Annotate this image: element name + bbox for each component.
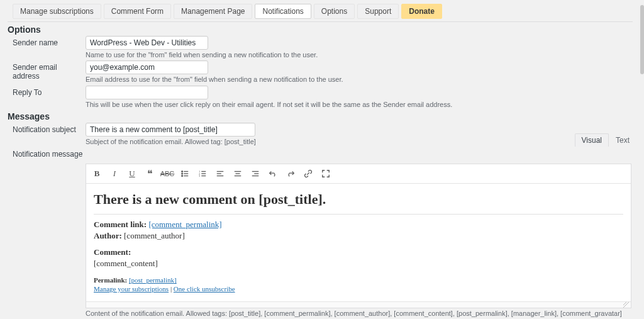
- editor-tab-text[interactable]: Text: [609, 133, 636, 147]
- bullet-list-icon[interactable]: [179, 168, 191, 179]
- label-notification-subject: Notification subject: [4, 123, 86, 134]
- hint-notification-subject: Subject of the notification email. Allow…: [86, 137, 631, 146]
- section-heading-messages: Messages: [8, 111, 636, 121]
- label-sender-email: Sender email address: [4, 60, 86, 81]
- comment-permalink-link[interactable]: [comment_permalink]: [148, 220, 221, 229]
- fullscreen-icon[interactable]: [320, 168, 331, 179]
- tab-notifications[interactable]: Notifications: [255, 4, 311, 19]
- bold-icon[interactable]: B: [91, 168, 103, 179]
- svg-text:3: 3: [199, 174, 201, 177]
- numbered-list-icon[interactable]: 123: [197, 168, 208, 179]
- tab-comment-form[interactable]: Comment Form: [104, 4, 171, 19]
- link-separator: |: [169, 285, 174, 293]
- italic-icon[interactable]: I: [109, 168, 120, 179]
- unsubscribe-link[interactable]: One click unsubscribe: [174, 285, 235, 293]
- editor-resize-handle[interactable]: [86, 301, 631, 308]
- label-sender-name: Sender name: [4, 36, 86, 47]
- underline-icon[interactable]: U: [126, 168, 138, 179]
- editor-tab-visual[interactable]: Visual: [575, 133, 609, 147]
- label-reply-to: Reply To: [4, 86, 86, 97]
- author-value: [comment_author]: [124, 231, 185, 240]
- hint-notification-message: Content of the notification email. Allow…: [86, 309, 631, 318]
- strikethrough-icon[interactable]: ABC: [162, 168, 173, 179]
- svg-point-2: [182, 173, 183, 174]
- editor-content[interactable]: There is a new comment on [post_title]. …: [86, 184, 631, 301]
- svg-point-4: [182, 176, 183, 177]
- editor-toolbar: B I U ❝ ABC 123: [86, 164, 631, 184]
- page-scrollbar[interactable]: [640, 0, 644, 319]
- section-heading-options: Options: [8, 25, 636, 35]
- redo-icon[interactable]: [285, 168, 296, 179]
- comment-label: Comment:: [94, 247, 131, 257]
- comment-value: [comment_content]: [94, 259, 623, 269]
- hint-sender-name: Name to use for the "from" field when se…: [86, 50, 631, 59]
- manage-subscriptions-link[interactable]: Manage your subscriptions: [94, 285, 169, 293]
- tab-support[interactable]: Support: [357, 4, 399, 19]
- reply-to-input[interactable]: [86, 86, 208, 99]
- sender-email-input[interactable]: [86, 60, 208, 74]
- blockquote-icon[interactable]: ❝: [144, 168, 155, 179]
- align-left-icon[interactable]: [214, 168, 226, 179]
- tab-manage-subscriptions[interactable]: Manage subscriptions: [13, 4, 101, 19]
- align-center-icon[interactable]: [232, 168, 243, 179]
- editor-mode-tabs: Visual Text: [575, 133, 636, 147]
- comment-link-label: Comment link:: [94, 220, 147, 229]
- tab-management-page[interactable]: Management Page: [174, 4, 252, 19]
- editor-heading: There is a new comment on [post_title].: [94, 191, 623, 208]
- hint-sender-email: Email address to use for the "from" fiel…: [86, 75, 631, 84]
- admin-tabs: Manage subscriptions Comment Form Manage…: [13, 4, 636, 19]
- tab-options[interactable]: Options: [314, 4, 355, 19]
- divider: [8, 21, 633, 22]
- editor-divider: [94, 214, 623, 215]
- hint-reply-to: This will be use when the user click rep…: [86, 100, 631, 109]
- svg-point-0: [182, 171, 183, 172]
- notification-subject-input[interactable]: [86, 123, 255, 137]
- post-permalink-link[interactable]: [post_permalink]: [129, 276, 177, 284]
- link-icon[interactable]: [303, 168, 314, 179]
- label-notification-message: Notification message: [4, 147, 86, 159]
- tab-donate[interactable]: Donate: [401, 4, 442, 19]
- undo-icon[interactable]: [267, 168, 279, 179]
- sender-name-input[interactable]: [86, 36, 208, 50]
- author-label: Author:: [94, 231, 122, 240]
- permalink-label: Permalink:: [94, 276, 127, 284]
- rich-text-editor: B I U ❝ ABC 123 There is a new com: [86, 164, 631, 308]
- align-right-icon[interactable]: [250, 168, 261, 179]
